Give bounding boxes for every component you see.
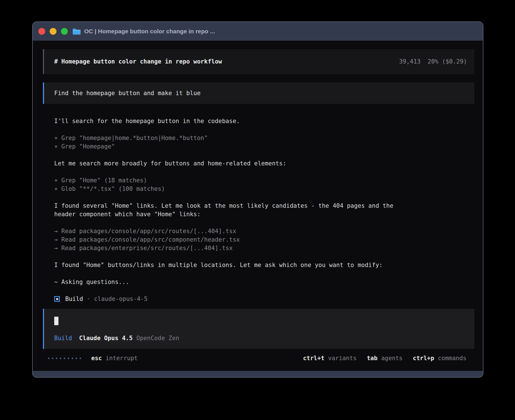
session-title: # Homepage button color change in repo w… bbox=[54, 58, 222, 65]
session-stats: 39,413 20% ($0.29) bbox=[399, 58, 467, 65]
session-header: # Homepage button color change in repo w… bbox=[43, 49, 474, 74]
spinner-dots-icon bbox=[48, 358, 81, 359]
status-bar: esc interrupt ctrl+t variants tab agents… bbox=[43, 354, 474, 362]
assistant-text-line: I found several "Home" links. Let me loo… bbox=[54, 202, 474, 210]
agent-status-row: Build · claude-opus-4-5 bbox=[54, 295, 474, 303]
terminal-content: # Homepage button color change in repo w… bbox=[33, 41, 483, 371]
close-button[interactable] bbox=[38, 28, 45, 35]
interrupt-label: interrupt bbox=[106, 355, 138, 362]
commands-key: ctrl+p bbox=[413, 355, 434, 362]
folder-icon bbox=[72, 28, 81, 35]
model-name: Claude Opus 4.5 bbox=[79, 335, 133, 342]
assistant-text-line: Let me search more broadly for buttons a… bbox=[54, 159, 474, 168]
assistant-text-line: I'll search for the homepage button in t… bbox=[54, 117, 474, 125]
user-message: Find the homepage button and make it blu… bbox=[43, 82, 474, 104]
zoom-button[interactable] bbox=[61, 28, 68, 35]
window-bottom-strip bbox=[33, 371, 483, 378]
traffic-lights bbox=[38, 28, 68, 35]
blank-line bbox=[54, 252, 474, 261]
context-percent: 20% bbox=[428, 58, 438, 65]
agents-key: tab bbox=[367, 355, 377, 362]
blank-line bbox=[54, 151, 474, 159]
assistant-text-line: I found "Home" buttons/links in multiple… bbox=[54, 261, 474, 269]
agents-label: agents bbox=[381, 355, 403, 362]
agent-badge-icon bbox=[54, 296, 60, 302]
interrupt-hint: esc interrupt bbox=[91, 355, 138, 362]
tool-call-line: ∗ Grep "homepage|home.*button|Home.*butt… bbox=[54, 134, 474, 142]
transcript: I'll search for the homepage button in t… bbox=[43, 117, 474, 303]
keyboard-hints: ctrl+t variants tab agents ctrl+p comman… bbox=[303, 355, 466, 362]
variants-hint: ctrl+t variants bbox=[303, 355, 357, 362]
user-message-text: Find the homepage button and make it blu… bbox=[54, 90, 200, 97]
agent-mode-label: Build bbox=[54, 335, 72, 342]
blank-line bbox=[54, 269, 474, 278]
blank-line bbox=[54, 168, 474, 176]
session-cost: ($0.29) bbox=[442, 58, 467, 65]
agent-model: claude-opus-4-5 bbox=[94, 296, 148, 302]
tool-call-line: → Read packages/console/app/src/routes/[… bbox=[54, 227, 474, 235]
blank-line bbox=[54, 193, 474, 202]
tool-call-line: ∗ Glob "**/*.tsx" (100 matches) bbox=[54, 185, 474, 193]
agents-hint: tab agents bbox=[367, 355, 403, 362]
status-text-line: ~ Asking questions... bbox=[54, 278, 474, 286]
window-titlebar: OC | Homepage button color change in rep… bbox=[33, 22, 483, 41]
tool-call-line: ∗ Grep "Home" (18 matches) bbox=[54, 176, 474, 185]
assistant-text-line: header component which have "Home" links… bbox=[54, 210, 474, 218]
text-cursor bbox=[54, 317, 58, 325]
blank-line bbox=[54, 286, 474, 295]
blank-line bbox=[54, 125, 474, 134]
prompt-input[interactable]: Build Claude Opus 4.5 OpenCode Zen bbox=[43, 309, 474, 349]
token-count: 39,413 bbox=[399, 58, 421, 65]
dot-separator: · bbox=[87, 296, 90, 302]
blank-line bbox=[54, 218, 474, 227]
prompt-mode-line: Build Claude Opus 4.5 OpenCode Zen bbox=[54, 335, 465, 342]
variants-key: ctrl+t bbox=[303, 355, 324, 362]
tool-call-line: ∗ Grep "Homepage" bbox=[54, 142, 474, 151]
commands-hint: ctrl+p commands bbox=[413, 355, 466, 362]
variants-label: variants bbox=[328, 355, 357, 362]
tool-call-line: → Read packages/console/app/src/componen… bbox=[54, 235, 474, 244]
terminal-window: OC | Homepage button color change in rep… bbox=[32, 21, 483, 378]
commands-label: commands bbox=[438, 355, 466, 362]
window-title: OC | Homepage button color change in rep… bbox=[84, 28, 215, 35]
minimize-button[interactable] bbox=[50, 28, 56, 35]
esc-key: esc bbox=[91, 355, 102, 362]
agent-name: Build bbox=[65, 296, 83, 302]
tool-call-line: → Read packages/enterprise/src/routes/[.… bbox=[54, 244, 474, 252]
provider-name: OpenCode Zen bbox=[136, 335, 179, 342]
